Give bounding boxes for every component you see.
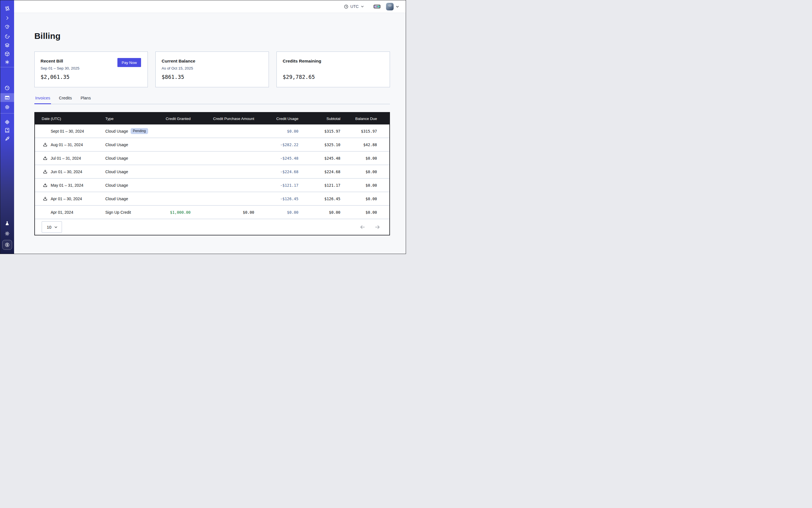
subtotal-value: $325.10 [298, 142, 340, 147]
invoices-table: Date (UTC) Type Credit Granted Credit Pu… [34, 112, 390, 236]
invoice-date: Jun 01 – 30, 2024 [51, 170, 82, 174]
download-invoice-icon[interactable] [43, 169, 48, 174]
invoice-date: Sept 01 – 30, 2024 [51, 129, 84, 133]
download-invoice-icon[interactable] [43, 196, 48, 201]
invoice-type: Cloud Usage [105, 129, 128, 133]
logo-orbit-icon[interactable] [0, 4, 14, 13]
app-window: UTC Billing Recent Bill S [0, 0, 406, 254]
page-size-select[interactable]: 10 [42, 221, 62, 232]
sidebar-divider [0, 113, 14, 114]
tab-credits[interactable]: Credits [58, 96, 73, 104]
invoice-date-cell: Jun 01 – 30, 2024 [35, 169, 105, 174]
table-row: Jun 01 – 30, 2024Cloud Usage-$224.68$224… [35, 165, 389, 178]
subtotal-value: $245.48 [298, 156, 340, 161]
invoice-date-cell: Jul 01 – 31, 2024 [35, 156, 105, 161]
invoice-date-cell: Apr 01 – 30, 2024 [35, 196, 105, 201]
credits-dollar-badge-button[interactable] [2, 240, 12, 250]
card-subtitle: As of Oct 15, 2025 [162, 66, 263, 71]
col-balance-due: Balance Due [340, 117, 377, 121]
invoice-date: May 01 – 31, 2024 [51, 183, 83, 187]
credit-granted-value: $1,000.00 [156, 210, 190, 215]
invoice-date-cell: Apr 01, 2024 [35, 210, 105, 215]
user-avatar[interactable] [386, 3, 394, 10]
sidebar-item-usage-gauge[interactable] [0, 83, 14, 93]
download-invoice-icon[interactable] [43, 183, 48, 187]
invoice-type: Cloud Usage [105, 183, 128, 187]
col-date: Date (UTC) [35, 117, 105, 121]
balance-due-value: $0.00 [340, 170, 377, 174]
balance-due-value: $0.00 [340, 197, 377, 201]
balance-due-value: $0.00 [340, 210, 377, 215]
invoice-type: Cloud Usage [105, 170, 128, 174]
theme-sun-icon[interactable] [0, 229, 14, 238]
next-page-arrow-right-icon[interactable] [375, 224, 380, 230]
subtotal-value: $121.17 [298, 183, 340, 187]
balance-due-value: $0.00 [340, 183, 377, 187]
timezone-label: UTC [350, 4, 359, 9]
credits-remaining-amount: $29,782.65 [283, 74, 315, 80]
previous-page-arrow-left-icon[interactable] [359, 224, 366, 230]
invoice-type: Cloud Usage [105, 156, 128, 161]
sidebar-item-billing[interactable] [0, 93, 14, 102]
current-balance-amount: $861.35 [162, 74, 184, 80]
sidebar-item-docs-book-icon[interactable] [0, 125, 14, 135]
table-pagination: 10 [35, 219, 389, 235]
asterisk-icon[interactable] [0, 57, 14, 67]
invoice-type-cell: Cloud Usage [105, 142, 156, 147]
credit-usage-value: -$282.22 [254, 142, 298, 147]
billing-tabs: Invoices Credits Plans [34, 96, 390, 104]
credit-usage-value: -$245.48 [254, 156, 298, 161]
sidebar-divider [0, 67, 14, 67]
main-content: Billing Recent Bill Sep 01 – Sep 30, 202… [14, 13, 406, 254]
download-invoice-icon[interactable] [43, 156, 48, 161]
balance-due-value: $42.88 [340, 142, 377, 147]
sidebar-item-labs-flask-icon[interactable] [0, 218, 14, 228]
card-title: Current Balance [162, 58, 263, 64]
page-title: Billing [34, 31, 390, 41]
subtotal-value: $315.97 [298, 129, 340, 133]
sidebar-item-rocket-icon[interactable] [0, 134, 14, 143]
sidebar-expand-chevron-right-icon[interactable] [0, 13, 14, 23]
credit-usage-value: $0.00 [254, 129, 298, 133]
sidebar [0, 0, 14, 254]
pay-now-button[interactable]: Pay Now [117, 58, 141, 67]
invoice-date-cell: Aug 01 – 31, 2024 [35, 142, 105, 147]
balance-due-value: $315.97 [340, 129, 377, 133]
subtotal-value: $126.45 [298, 197, 340, 201]
page-size-value: 10 [47, 225, 51, 229]
card-title: Credits Remaining [283, 58, 384, 64]
3d-glasses-icon[interactable] [374, 4, 380, 9]
invoice-type-cell: Cloud Usage [105, 170, 156, 174]
sidebar-item-settings-gear-icon[interactable] [0, 102, 14, 112]
table-row: Apr 01, 2024Sign Up Credit$1,000.00$0.00… [35, 206, 389, 219]
invoice-date-cell: Sept 01 – 30, 2024 [35, 129, 105, 133]
invoice-date-cell: May 01 – 31, 2024 [35, 183, 105, 187]
timezone-selector[interactable]: UTC [344, 4, 364, 9]
credit-usage-value: -$126.45 [254, 197, 298, 201]
status-badge: Pending [131, 128, 148, 134]
spiral-eye-icon[interactable] [0, 22, 14, 32]
invoice-date: Jul 01 – 31, 2024 [51, 156, 81, 161]
billing-summary-cards: Recent Bill Sep 01 – Sep 30, 2025 $2,061… [34, 51, 390, 87]
current-balance-card: Current Balance As of Oct 15, 2025 $861.… [156, 51, 269, 87]
col-credit-usage: Credit Usage [254, 117, 298, 121]
invoice-type-cell: Cloud Usage [105, 156, 156, 161]
credits-remaining-card: Credits Remaining $29,782.65 [276, 51, 390, 87]
invoice-type: Cloud Usage [105, 142, 128, 147]
invoice-type: Cloud Usage [105, 197, 128, 201]
table-row: Aug 01 – 31, 2024Cloud Usage-$282.22$325… [35, 138, 389, 152]
download-invoice-icon[interactable] [43, 142, 48, 147]
recent-bill-card: Recent Bill Sep 01 – Sep 30, 2025 $2,061… [34, 51, 148, 87]
tab-invoices[interactable]: Invoices [34, 96, 51, 104]
invoice-type-cell: Sign Up Credit [105, 210, 156, 215]
subtotal-value: $0.00 [298, 210, 340, 215]
invoice-type-cell: Cloud UsagePending [105, 128, 156, 134]
invoice-type: Sign Up Credit [105, 210, 131, 215]
recent-bill-amount: $2,061.35 [41, 74, 70, 80]
subtotal-value: $224.68 [298, 170, 340, 174]
history-timer-icon[interactable] [0, 32, 14, 41]
layers-icon[interactable] [0, 40, 14, 50]
tab-plans[interactable]: Plans [80, 96, 91, 104]
chevron-down-icon [54, 225, 58, 229]
account-menu-chevron-down-icon[interactable] [395, 4, 399, 9]
